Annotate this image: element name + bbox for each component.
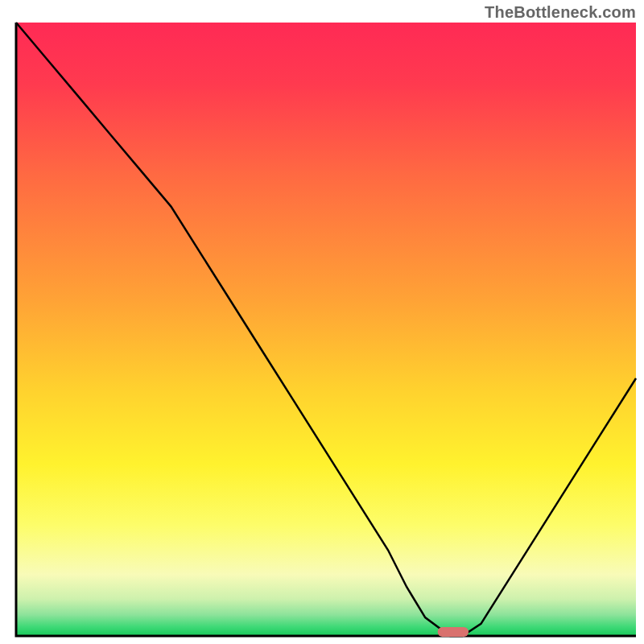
plot-background	[16, 23, 636, 636]
watermark-text: TheBottleneck.com	[485, 3, 636, 22]
chart-container: { "watermark": "TheBottleneck.com", "cha…	[0, 0, 644, 644]
bottleneck-chart	[0, 0, 644, 644]
optimal-marker	[438, 627, 469, 637]
